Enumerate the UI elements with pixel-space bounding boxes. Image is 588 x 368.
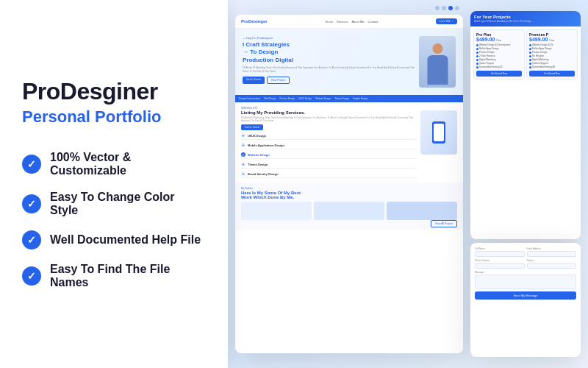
features-list: 100% Vector & Customizable Easy To Chang… [22,151,206,289]
pricing-top: For Your Projects Which Type Of Service … [470,11,581,26]
pricing-top-desc: Which Type Of Service And Answer We Get … [474,20,577,23]
services-btn: Get In Touch [241,124,263,130]
plan-btn-premium: Get Started Now [529,71,575,77]
contact-textarea-message[interactable] [475,275,576,289]
plan-feature-3: Product Design [476,51,522,54]
contact-label-fullname: Full Name [475,247,525,250]
nav-link-services: Services [337,20,348,24]
mockup-logo: ProDesinger [241,19,268,24]
contact-input-phone[interactable] [475,263,525,269]
contact-input-fullname[interactable] [475,251,525,257]
mockup-nav-btn: Let's Talk → [436,18,457,24]
plan-dot [529,55,531,57]
phone-shape [432,121,445,144]
plan-feature-5: Digital Marketing [476,58,522,61]
contact-submit-btn[interactable]: Send My Message [475,291,576,300]
premium-feature-1: Website Design & De [529,43,575,46]
service-name-theme: Theme Design [248,163,268,166]
tag-product-design: Product Design [279,97,295,100]
mockup-services: SERVICES LIST Listing My Providing Servi… [235,102,463,183]
mockup-hero-small: — Hey I'm Prodesigner [243,36,419,40]
plan-btn-pro: Get Started Now [476,71,522,77]
tag-ux: UI/UX Design [298,97,312,100]
service-name-mobile: Mobile Application Design [248,144,284,147]
premium-feature-7: Domain And Hosting M [529,66,575,68]
check-icon-color [22,194,41,213]
contact-row-1: Full Name Email Address [475,247,576,257]
contact-label-email: Email Address [527,247,577,250]
nav-link-about: About Me [351,20,364,24]
portfolio-title: Here Is My Some Of My Best Work Which Do… [241,191,457,199]
plan-dot [476,44,478,46]
mockup-hero-img [419,36,456,88]
plan-dot [476,55,478,57]
premium-feature-4: No Revision [529,54,575,57]
plan-dot [529,63,531,65]
feature-text-color: Easy To Change Color Style [50,191,206,217]
service-name-ux: UI/UX Design [248,134,266,138]
plan-price-premium: $499.00 /Year [529,37,575,42]
left-panel: ProDesginer Personal Portfolio 100% Vect… [0,0,228,368]
portfolio-grid [241,202,457,220]
premium-feature-6: Optimal Support [529,62,575,65]
dot-1 [435,6,440,10]
plan-price-pro: $499.00 /Year [476,37,522,42]
plan-feature-1: Website Design & Development [476,43,522,46]
contact-field-fullname: Full Name [475,247,525,257]
mockup-hero-desc: Fill Ahead Of Marketing Tasks, Start Sca… [243,66,419,73]
dot-3 [448,6,453,10]
portfolio-btn: View All Project [431,220,457,227]
person-head [432,43,442,54]
mockup-hero: — Hey I'm Prodesigner I Craft Strategies… [235,29,463,95]
brand-title: ProDesginer [22,79,206,105]
service-brand: Brand Identity Design [241,170,417,178]
tag-graphic: Graphic Design [353,97,368,100]
person-body [427,55,448,85]
contact-row-2: Phone Number Subject [475,259,576,269]
plan-dot [476,66,478,68]
right-panel: ProDesinger Home Services About Me Conta… [228,0,588,368]
portfolio-item-3 [387,202,457,220]
plan-dot [476,48,478,50]
plan-dot [529,48,531,50]
service-theme: Theme Design [241,160,417,169]
pricing-plan-premium: Premium P $499.00 /Year Website Design &… [526,29,578,79]
tag-web-design: Web Design [264,97,276,100]
plan-dot [529,44,531,46]
plan-feature-2: Mobile Apps Design [476,47,522,50]
mockup-hero-text: — Hey I'm Prodesigner I Craft Strategies… [243,36,419,88]
contact-input-subject[interactable] [527,263,577,269]
service-ux: UI/UX Design [241,132,417,140]
contact-label-message: Message [475,271,576,274]
feature-text-files: Easy To Find The File Names [50,263,206,289]
plan-feature-6: Option Support [476,62,522,65]
service-mobile: Mobile Application Design [241,141,417,149]
mockup-contact: Full Name Email Address Phone Number Sub… [470,243,581,357]
premium-feature-2: Mobile Apps Design [529,47,575,50]
service-icon-brand [241,171,245,176]
service-name-website: Website Design [248,153,270,157]
service-icon-website [241,152,245,157]
hero-btn-touch: Get In Touch [243,77,265,84]
feature-text-docs: Well Documented Help File [50,233,201,247]
service-website: Website Design [241,151,417,159]
contact-field-phone: Phone Number [475,259,525,269]
contact-input-email[interactable] [527,251,577,257]
nav-link-home: Home [325,20,333,24]
feature-item-vector: 100% Vector & Customizable [22,151,206,177]
check-icon-docs [22,230,41,250]
pricing-plan-pro: Pro Plan $499.00 /Year Website Design & … [473,29,525,79]
nav-link-contact: Contact [368,20,379,24]
dots-indicator [435,6,459,10]
plan-feature-7: Domain And Hosting 50 [476,66,522,68]
dot-4 [455,6,459,10]
mockup-hero-title: I Craft Strategies → To Design Productio… [243,41,419,64]
services-title: Listing My Providing Services. [241,110,417,115]
feature-item-files: Easy To Find The File Names [22,263,206,289]
premium-feature-5: Digital Marketing [529,58,575,61]
portfolio-item-1 [241,202,312,220]
service-name-brand: Brand Identity Design [248,172,278,176]
feature-text-vector: 100% Vector & Customizable [50,151,206,177]
dot-2 [442,6,446,10]
plan-dot [529,59,531,61]
